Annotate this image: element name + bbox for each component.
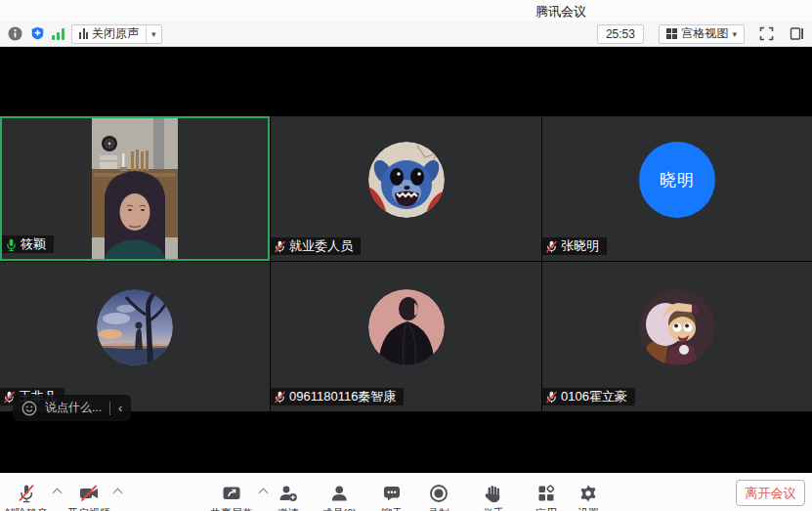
security-shield-icon[interactable] — [29, 26, 45, 42]
mic-muted-icon — [17, 484, 36, 503]
raise-hand-icon — [484, 484, 503, 503]
mic-muted-icon — [545, 240, 558, 253]
meeting-timer: 25:53 — [597, 24, 644, 44]
original-sound-label: 关闭原声 — [92, 25, 139, 42]
members-button[interactable]: 成员(6) — [321, 484, 356, 511]
dropdown-arrow-icon: ▾ — [151, 29, 156, 39]
participant-tile-huolihao[interactable]: 0106霍立豪 — [542, 262, 812, 411]
avatar-initials: 晓明 — [639, 142, 715, 218]
dropdown-arrow-icon: ▾ — [732, 29, 737, 39]
original-sound-dropdown[interactable]: ▾ — [146, 25, 161, 43]
view-mode-label: 宫格视图 — [681, 25, 728, 42]
participant-tile-zhangxiaoming[interactable]: 晓明 张晓明 — [542, 116, 812, 261]
grid-view-icon — [666, 28, 678, 40]
view-mode-button[interactable]: 宫格视图 ▾ — [659, 24, 745, 44]
leave-meeting-button[interactable]: 离开会议 — [736, 480, 805, 506]
meeting-info-icon[interactable] — [7, 26, 22, 42]
mic-muted-icon — [274, 391, 286, 404]
participant-grid: 筱颖 — [0, 116, 812, 412]
meeting-window: 腾讯会议 关闭原声 ▾ 25:53 宫格视图 ▾ — [0, 0, 812, 511]
titlebar: 腾讯会议 — [0, 0, 812, 21]
apps-button[interactable]: 应用 — [535, 484, 557, 511]
participant-name-tag: 就业委人员 — [271, 237, 361, 255]
original-sound-button[interactable]: 关闭原声 ▾ — [71, 24, 162, 44]
share-screen-icon — [222, 484, 241, 503]
participant-tile-wangfeifan[interactable]: 王非凡 — [0, 262, 270, 411]
window-title: 腾讯会议 — [535, 3, 586, 21]
unmute-button[interactable]: 解除静音 — [5, 484, 48, 511]
gear-icon — [578, 484, 598, 503]
collapse-chevron-icon[interactable]: ‹ — [118, 402, 122, 414]
members-icon — [329, 484, 349, 503]
participant-tile-jiuyewei[interactable]: 就业委人员 — [271, 116, 541, 261]
chat-bubble-icon — [382, 484, 402, 503]
participant-tile-qinzhikang[interactable]: 0961180116秦智康 — [271, 262, 541, 411]
emoji-icon[interactable] — [21, 401, 37, 416]
video-options-chevron[interactable] — [113, 489, 123, 498]
chat-button[interactable]: 聊天 — [381, 484, 403, 511]
start-video-button[interactable]: 开启视频 — [67, 484, 110, 511]
invite-person-icon — [278, 484, 298, 503]
record-icon — [429, 484, 449, 503]
participant-name-tag: 筱颖 — [2, 235, 54, 253]
mic-on-icon — [5, 238, 18, 251]
invite-button[interactable]: 邀请 — [278, 484, 299, 511]
mic-options-chevron[interactable] — [53, 489, 63, 498]
participant-name-tag: 张晓明 — [542, 237, 607, 255]
video-stage: 筱颖 — [0, 47, 812, 473]
apps-icon — [536, 484, 556, 503]
settings-button[interactable]: 设置 — [577, 484, 599, 511]
mic-muted-icon — [545, 391, 558, 404]
record-button[interactable]: 录制 — [428, 484, 449, 511]
chat-placeholder[interactable]: 说点什么... — [45, 400, 102, 416]
side-panel-icon[interactable] — [788, 25, 805, 43]
webcam-video — [92, 118, 178, 259]
chat-quick-input[interactable]: 说点什么... ‹ — [13, 395, 131, 421]
participant-tile-xiaoying[interactable]: 筱颖 — [0, 116, 270, 261]
share-screen-button[interactable]: 共享屏幕 — [210, 484, 253, 511]
sound-wave-icon — [79, 28, 88, 39]
mic-muted-icon — [274, 240, 286, 253]
participant-name-tag: 0106霍立豪 — [542, 388, 635, 405]
network-signal-icon[interactable] — [52, 28, 64, 40]
participant-name-tag: 0961180116秦智康 — [271, 388, 404, 405]
avatar — [97, 289, 173, 365]
bottom-control-bar: 解除静音 开启视频 共享屏幕 邀请 成员(6) 聊天 录制 — [0, 473, 812, 511]
avatar — [368, 142, 445, 218]
fullscreen-icon[interactable] — [757, 25, 775, 43]
avatar — [639, 289, 715, 365]
camera-muted-icon — [78, 484, 100, 503]
top-toolbar: 关闭原声 ▾ 25:53 宫格视图 ▾ — [0, 21, 812, 47]
avatar — [368, 289, 445, 365]
share-options-chevron[interactable] — [259, 489, 269, 498]
raise-hand-button[interactable]: 举手 — [483, 484, 504, 511]
divider — [109, 402, 110, 415]
